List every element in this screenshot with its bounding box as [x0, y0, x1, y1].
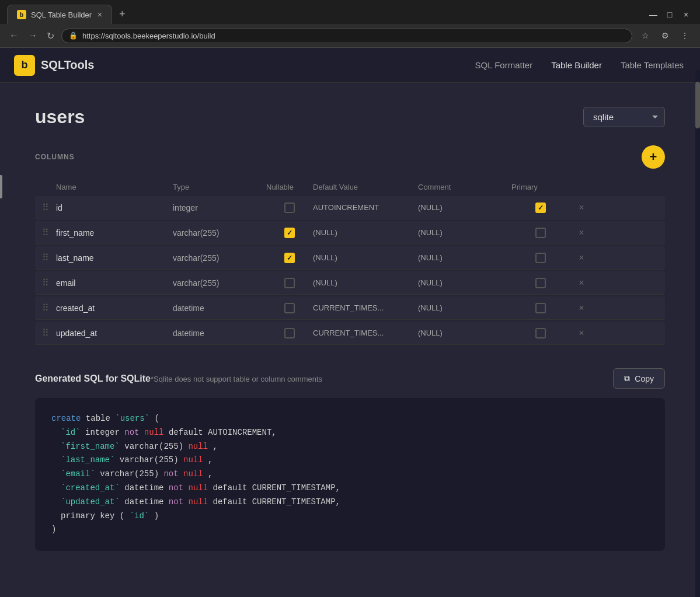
sql-title-text: Generated SQL for SQLite*Sqlite does not… [35, 373, 322, 383]
new-tab-button[interactable]: + [114, 6, 130, 23]
column-comment-updated-at: (NULL) [418, 329, 511, 337]
column-nullable-updated-at[interactable] [266, 328, 313, 338]
column-name-id: id [56, 203, 173, 212]
close-button[interactable]: × [679, 8, 693, 22]
sql-header: Generated SQL for SQLite*Sqlite does not… [35, 368, 665, 389]
delete-column-id[interactable]: × [570, 203, 593, 213]
app-logo: b SQLTools [14, 55, 94, 76]
nullable-checkbox-email[interactable] [284, 278, 295, 288]
nullable-checkbox-id[interactable] [284, 203, 295, 213]
scrollbar-track[interactable] [695, 70, 700, 597]
sql-line-6: `created_at` datetime not null default C… [51, 481, 649, 495]
sql-line-3: `first_name` varchar(255) null , [51, 440, 649, 454]
column-primary-last-name[interactable] [511, 253, 570, 263]
drag-handle-icon[interactable]: ⠿ [42, 302, 56, 313]
table-name: users [35, 106, 85, 128]
dialect-select[interactable]: sqlite mysql postgresql mssql [583, 107, 665, 127]
maximize-button[interactable]: □ [663, 8, 677, 22]
sql-section: Generated SQL for SQLite*Sqlite does not… [35, 368, 665, 551]
column-nullable-created-at[interactable] [266, 303, 313, 313]
nullable-checkbox-last-name[interactable] [284, 253, 295, 263]
table-row: ⠿ first_name varchar(255) (NULL) (NULL) … [35, 221, 665, 245]
table-row: ⠿ id integer AUTOINCREMENT (NULL) × [35, 196, 665, 219]
tab-favicon: b [17, 10, 26, 19]
column-primary-first-name[interactable] [511, 228, 570, 238]
column-primary-created-at[interactable] [511, 303, 570, 313]
main-content: users sqlite mysql postgresql mssql COLU… [0, 83, 700, 597]
sql-line-4: `last_name` varchar(255) null , [51, 453, 649, 467]
minimize-button[interactable]: — [646, 8, 660, 22]
copy-button[interactable]: ⧉ Copy [613, 368, 665, 389]
column-nullable-id[interactable] [266, 203, 313, 213]
back-button[interactable]: ← [7, 28, 21, 43]
column-default-id: AUTOINCREMENT [313, 203, 418, 212]
drag-handle-icon[interactable]: ⠿ [42, 277, 56, 288]
primary-checkbox-email[interactable] [535, 278, 546, 288]
app-name: SQLTools [41, 58, 94, 72]
column-name-first-name: first_name [56, 228, 173, 238]
column-nullable-email[interactable] [266, 278, 313, 288]
primary-checkbox-last-name[interactable] [535, 253, 546, 263]
active-tab[interactable]: b SQL Table Builder × [7, 5, 112, 24]
delete-column-email[interactable]: × [570, 278, 593, 288]
sql-line-1: create table `users` ( [51, 412, 649, 426]
app-nav: SQL Formatter Table Builder Table Templa… [473, 55, 686, 75]
delete-column-updated-at[interactable]: × [570, 328, 593, 338]
column-primary-email[interactable] [511, 278, 570, 288]
col-header-comment: Comment [418, 183, 511, 191]
scrollbar-thumb[interactable] [695, 82, 700, 128]
column-comment-email: (NULL) [418, 278, 511, 287]
nav-sql-formatter[interactable]: SQL Formatter [473, 55, 535, 75]
column-primary-id[interactable] [511, 203, 570, 213]
copy-label: Copy [635, 374, 654, 383]
column-name-created-at: created_at [56, 303, 173, 313]
nullable-checkbox-created-at[interactable] [284, 303, 295, 313]
columns-table: Name Type Nullable Default Value Comment… [35, 178, 665, 345]
extensions-icon[interactable]: ⚙ [657, 27, 673, 44]
column-default-updated-at: CURRENT_TIMES... [313, 329, 418, 337]
drag-handle-icon[interactable]: ⠿ [42, 202, 56, 213]
logo-icon: b [14, 55, 35, 76]
column-type-email: varchar(255) [173, 278, 266, 288]
column-nullable-first-name[interactable] [266, 228, 313, 238]
nullable-checkbox-updated-at[interactable] [284, 328, 295, 338]
sql-line-5: `email` varchar(255) not null , [51, 467, 649, 481]
sql-line-2: `id` integer not null default AUTOINCREM… [51, 426, 649, 440]
primary-checkbox-first-name[interactable] [535, 228, 546, 238]
primary-checkbox-created-at[interactable] [535, 303, 546, 313]
delete-column-first-name[interactable]: × [570, 228, 593, 238]
address-bar[interactable]: 🔒 https://sqltools.beekeeperstudio.io/bu… [61, 29, 632, 43]
delete-column-last-name[interactable]: × [570, 253, 593, 263]
column-type-created-at: datetime [173, 303, 266, 313]
column-nullable-last-name[interactable] [266, 253, 313, 263]
column-default-first-name: (NULL) [313, 228, 418, 237]
nav-table-builder[interactable]: Table Builder [549, 55, 604, 75]
column-comment-last-name: (NULL) [418, 253, 511, 262]
column-type-id: integer [173, 203, 266, 212]
drag-handle-icon[interactable]: ⠿ [42, 252, 56, 263]
column-type-last-name: varchar(255) [173, 253, 266, 263]
nullable-checkbox-first-name[interactable] [284, 228, 295, 238]
forward-button[interactable]: → [26, 28, 40, 43]
lock-icon: 🔒 [69, 32, 78, 40]
menu-icon[interactable]: ⋮ [677, 27, 693, 44]
column-default-email: (NULL) [313, 278, 418, 287]
tab-close-button[interactable]: × [97, 10, 102, 19]
column-primary-updated-at[interactable] [511, 328, 570, 338]
column-name-email: email [56, 278, 173, 288]
sql-note: *Sqlite does not support table or column… [151, 375, 322, 383]
bookmark-icon[interactable]: ☆ [637, 27, 653, 44]
add-column-button[interactable]: + [642, 145, 665, 169]
nav-table-templates[interactable]: Table Templates [618, 55, 686, 75]
primary-checkbox-updated-at[interactable] [535, 328, 546, 338]
reload-button[interactable]: ↻ [44, 28, 57, 44]
table-header: users sqlite mysql postgresql mssql [35, 106, 665, 128]
column-name-last-name: last_name [56, 253, 173, 263]
copy-icon: ⧉ [624, 373, 630, 383]
col-header-nullable: Nullable [266, 183, 313, 191]
primary-checkbox-id[interactable] [535, 203, 546, 213]
drag-handle-icon[interactable]: ⠿ [42, 227, 56, 238]
drag-handle-icon[interactable]: ⠿ [42, 327, 56, 338]
columns-label: COLUMNS [35, 153, 75, 161]
delete-column-created-at[interactable]: × [570, 303, 593, 313]
